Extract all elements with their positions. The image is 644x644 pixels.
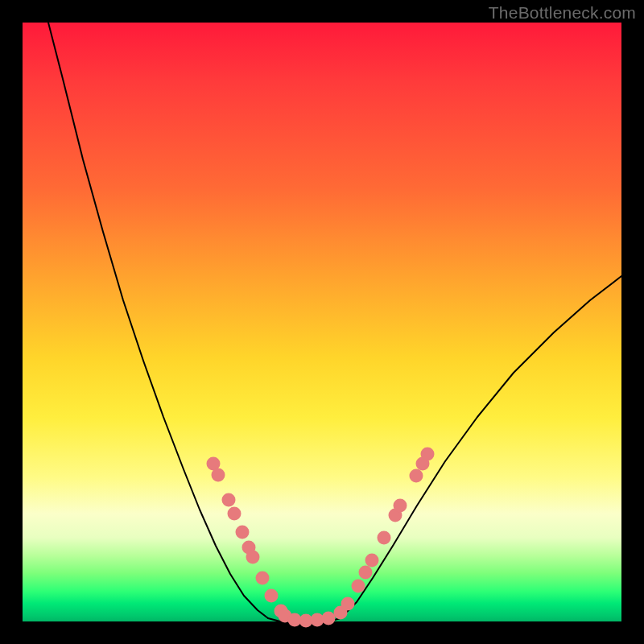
outer-black-frame: TheBottleneck.com [0, 0, 644, 644]
data-dot [246, 551, 260, 564]
data-dot [222, 493, 236, 507]
data-dot [228, 507, 242, 521]
data-dot [394, 499, 407, 513]
curve-right-branch [341, 276, 621, 618]
data-dot [421, 448, 435, 461]
data-dot [352, 580, 365, 593]
data-dot [212, 469, 225, 482]
data-dot [322, 612, 336, 625]
data-dot [341, 597, 355, 611]
data-dot [236, 526, 250, 539]
gradient-plot-area [23, 23, 621, 621]
chart-svg [23, 23, 621, 621]
data-dot [359, 566, 373, 580]
curve-left-branch [48, 23, 268, 618]
watermark-text: TheBottleneck.com [489, 3, 636, 23]
data-dot [410, 469, 423, 483]
data-dot [256, 572, 270, 585]
salmon-dot-group [207, 448, 435, 628]
data-dot [265, 589, 279, 603]
data-dot [365, 554, 379, 568]
data-dot [378, 531, 391, 545]
